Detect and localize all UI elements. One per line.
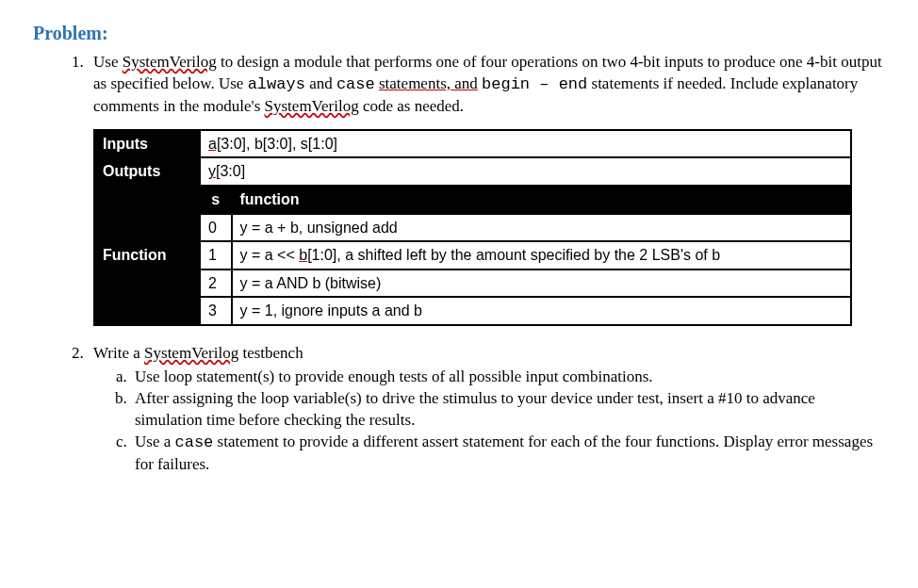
cell-fn: y = 1, ignore inputs a and b [232,297,851,325]
code-end: end [559,75,588,93]
code-case: case [336,75,375,93]
item-2a: Use loop statement(s) to provide enough … [131,367,885,388]
squiggly-systemverilog-2: SystemVerilog [265,97,359,115]
row-outputs: Outputs y[3:0] [94,157,851,186]
cell-outputs-value: y[3:0] [200,157,851,186]
cell-s: 3 [200,297,232,325]
text: statement to provide a different assert … [135,433,873,473]
squiggly-systemverilog-3: SystemVerilog [144,344,238,362]
dash: – [530,75,559,93]
underline-statements-and: statements, and [379,74,478,92]
text: code as needed. [359,97,464,115]
cell-outputs-label: Outputs [94,157,200,186]
row-inputs: Inputs a[3:0], b[3:0], s[1:0] [94,130,851,158]
cell-inputs-value: a[3:0], b[3:0], s[1:0] [200,130,851,158]
item-2b: After assigning the loop variable(s) to … [131,388,885,432]
squiggly-systemverilog: SystemVerilog [123,53,217,71]
code-always: always [248,75,305,93]
item-2c: Use a case statement to provide a differ… [131,432,885,476]
cell-s: 2 [200,270,232,298]
code-begin: begin [482,75,530,93]
item-1: Use SystemVerilog to design a module tha… [88,52,885,326]
cell-s: 1 [200,241,232,270]
text: Use [93,53,123,71]
table-row: 2 y = a AND b (bitwise) [94,270,851,298]
cell-inputs-label: Inputs [94,130,200,158]
underline-b-bracket: b[ [299,247,311,263]
text: y = a << [240,247,300,263]
item-2: Write a SystemVerilog testbench Use loop… [88,343,885,476]
text: testbench [238,344,303,362]
table-row: 0 y = a + b, unsigned add [94,214,851,242]
cell-function-head: function [232,186,851,214]
row-function: Function s function [94,186,851,214]
cell-function-label: Function [94,186,200,325]
cell-s-head: s [200,186,232,214]
text: Use a [135,433,174,450]
table-row: 1 y = a << b[1:0], a shifted left by the… [94,241,851,270]
text: 3:0] [220,163,245,179]
cell-fn: y = a << b[1:0], a shifted left by the a… [232,241,851,270]
cell-s: 0 [200,214,232,242]
text: 3:0] [221,136,246,152]
code-case-2: case [174,433,213,451]
text: , b[3:0], s[1:0] [246,136,337,152]
underline-y-bracket: y[ [208,163,220,179]
text: Write a [93,344,144,362]
text: 1:0], a shifted left by the amount speci… [312,247,721,263]
outer-list: Use SystemVerilog to design a module tha… [33,52,885,476]
cell-fn: y = a + b, unsigned add [232,214,851,242]
spec-table: Inputs a[3:0], b[3:0], s[1:0] Outputs y[… [93,129,852,326]
cell-fn: y = a AND b (bitwise) [232,270,851,298]
underline-a-bracket: a[ [208,136,221,152]
sublist: Use loop statement(s) to provide enough … [93,367,885,476]
text: and [305,74,336,92]
problem-heading: Problem: [33,21,885,46]
table-row: 3 y = 1, ignore inputs a and b [94,297,851,325]
